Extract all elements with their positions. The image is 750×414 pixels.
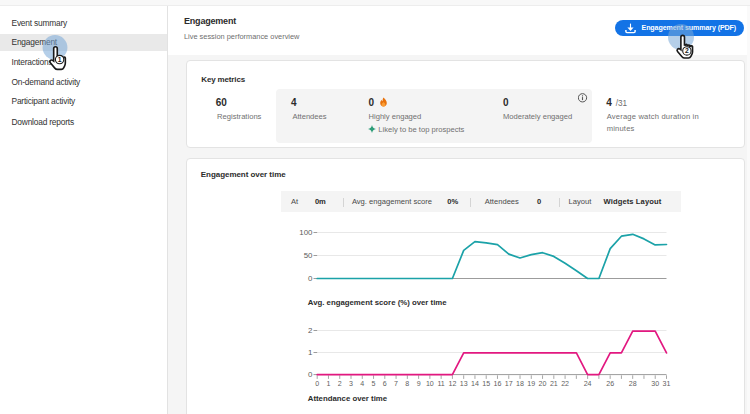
svg-text:1: 1 <box>58 56 62 63</box>
svg-text:12: 12 <box>448 380 456 388</box>
svg-text:11: 11 <box>437 380 444 388</box>
svg-text:17: 17 <box>505 380 513 388</box>
svg-text:1: 1 <box>326 380 330 388</box>
svg-text:4: 4 <box>360 380 364 388</box>
svg-text:3: 3 <box>349 380 353 388</box>
svg-text:15: 15 <box>482 380 490 388</box>
svg-text:28: 28 <box>629 380 637 388</box>
svg-text:16: 16 <box>494 380 502 388</box>
svg-text:22: 22 <box>561 380 569 388</box>
svg-text:2: 2 <box>685 47 689 54</box>
svg-text:20: 20 <box>539 380 547 388</box>
svg-text:0: 0 <box>315 380 319 388</box>
svg-text:26: 26 <box>606 380 614 388</box>
svg-text:30: 30 <box>651 380 659 388</box>
svg-text:18: 18 <box>516 380 524 388</box>
svg-text:1: 1 <box>308 348 312 357</box>
svg-text:2: 2 <box>308 326 312 335</box>
svg-text:5: 5 <box>372 380 376 388</box>
svg-text:2: 2 <box>338 380 342 388</box>
svg-text:10: 10 <box>426 380 434 388</box>
svg-text:13: 13 <box>460 380 468 388</box>
svg-text:21: 21 <box>550 380 558 388</box>
svg-text:24: 24 <box>584 380 592 388</box>
svg-text:31: 31 <box>663 380 671 388</box>
svg-text:14: 14 <box>471 380 479 388</box>
svg-text:0: 0 <box>308 274 313 283</box>
svg-text:7: 7 <box>394 380 398 388</box>
svg-text:19: 19 <box>527 380 535 388</box>
svg-text:8: 8 <box>405 380 409 388</box>
svg-text:0: 0 <box>308 370 313 379</box>
svg-text:100: 100 <box>299 228 313 237</box>
svg-text:9: 9 <box>417 380 421 388</box>
svg-text:6: 6 <box>383 380 387 388</box>
svg-text:50: 50 <box>304 251 313 260</box>
